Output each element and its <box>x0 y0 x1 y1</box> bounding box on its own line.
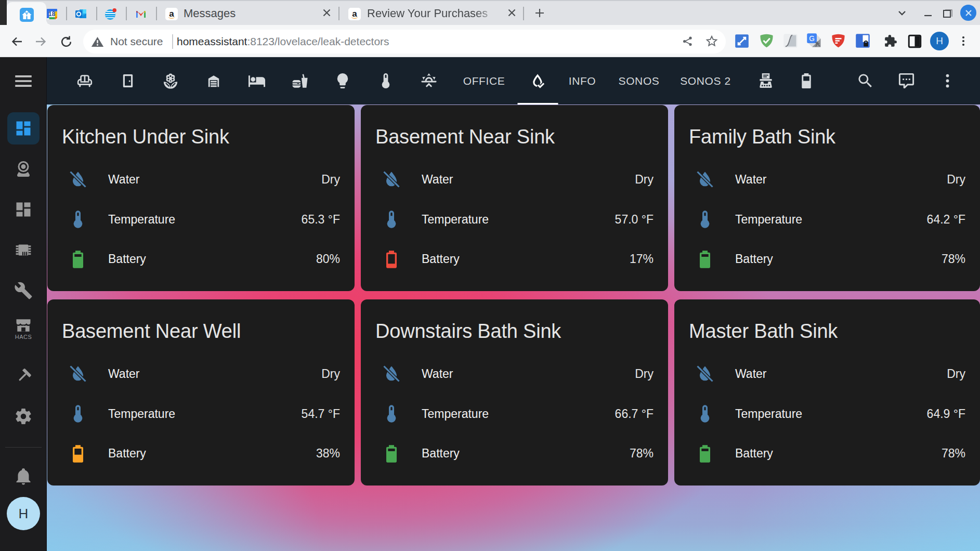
nav-tab-sofa-icon[interactable] <box>76 57 94 104</box>
new-tab-button[interactable] <box>531 6 548 20</box>
thermometer-icon[interactable] <box>689 403 721 424</box>
google-calendar-favicon[interactable]: 18 <box>46 8 58 20</box>
sidebar-item-overview[interactable] <box>0 108 47 149</box>
nav-tab-food-icon[interactable] <box>291 57 309 104</box>
battery-40-icon[interactable] <box>62 443 94 464</box>
nav-tab-door-icon[interactable] <box>119 57 137 104</box>
url-text[interactable]: homeassistant:8123/lovelace/leak-detecto… <box>177 35 389 48</box>
thermometer-icon[interactable] <box>375 403 408 424</box>
nav-tab-weather-sunset-up-icon[interactable] <box>420 57 438 104</box>
close-window-button[interactable] <box>960 5 976 21</box>
sidebar-user-avatar[interactable]: H <box>7 497 40 530</box>
nav-tab-office[interactable]: OFFICE <box>463 57 505 104</box>
entity-row-temperature[interactable]: Temperature 64.2 °F <box>674 200 980 240</box>
entity-row-battery[interactable]: Battery 78% <box>361 434 668 474</box>
security-chip-label[interactable]: Not secure <box>110 35 163 48</box>
sidebar-item-supervisor[interactable] <box>0 270 47 311</box>
entity-row-water[interactable]: Water Dry <box>361 354 668 394</box>
entity-state[interactable]: Dry <box>947 173 965 187</box>
profile-avatar[interactable]: H <box>930 31 949 51</box>
thermometer-icon[interactable] <box>62 209 94 230</box>
entity-row-water[interactable]: Water Dry <box>674 354 980 394</box>
entity-state[interactable]: 54.7 °F <box>302 407 340 421</box>
water-off-icon[interactable] <box>689 169 721 190</box>
nav-tab-bed-icon[interactable] <box>247 57 266 104</box>
not-secure-warning-icon[interactable] <box>91 35 104 48</box>
outlook-favicon[interactable] <box>75 8 87 20</box>
sidebar-item-developer-tools[interactable] <box>0 356 47 397</box>
entity-row-battery[interactable]: Battery 17% <box>361 240 668 280</box>
water-off-icon[interactable] <box>689 363 721 384</box>
entity-row-battery[interactable]: Battery 78% <box>674 434 980 474</box>
minimize-button[interactable] <box>920 6 936 20</box>
entity-state[interactable]: 78% <box>942 252 965 266</box>
battery-80-icon[interactable] <box>689 249 721 270</box>
att-favicon[interactable] <box>104 8 117 20</box>
nav-tab-water-check-icon-active[interactable] <box>529 57 547 104</box>
entity-state[interactable]: 38% <box>316 447 340 461</box>
nav-tab-garage-icon[interactable] <box>205 57 223 104</box>
window-resizer-extension-icon[interactable] <box>735 34 749 48</box>
back-button[interactable] <box>7 32 27 51</box>
adguard-red-extension-icon[interactable] <box>831 33 846 48</box>
nav-tab-thermometer-icon[interactable] <box>376 57 395 104</box>
tab-close-icon[interactable] <box>504 7 519 18</box>
browser-menu-kebab-icon[interactable] <box>955 32 972 50</box>
sidebar-item-node-red[interactable] <box>0 230 47 270</box>
sidebar-item-hacs[interactable]: HACS <box>0 308 47 348</box>
entity-state[interactable]: 78% <box>630 447 654 461</box>
google-translate-extension-icon[interactable]: G <box>806 33 822 48</box>
tab-search-chevron-icon[interactable] <box>894 6 910 20</box>
adguard-green-extension-icon[interactable] <box>759 33 774 48</box>
water-off-icon[interactable] <box>375 169 408 190</box>
bookmark-star-icon[interactable] <box>702 32 722 50</box>
entity-state[interactable]: 64.2 °F <box>927 213 965 227</box>
reload-button[interactable] <box>56 32 76 51</box>
assist-icon[interactable] <box>886 57 927 104</box>
entity-row-water[interactable]: Water Dry <box>47 160 355 200</box>
entity-state[interactable]: 65.3 °F <box>302 213 340 227</box>
privacy-lock-extension-icon[interactable] <box>855 33 870 48</box>
nav-tab-flower-icon[interactable] <box>162 57 180 104</box>
battery-80-icon[interactable] <box>62 249 94 270</box>
nav-tab-info[interactable]: INFO <box>569 57 596 104</box>
thermometer-icon[interactable] <box>62 403 94 424</box>
entity-state[interactable]: Dry <box>947 367 965 381</box>
search-icon[interactable] <box>845 57 886 104</box>
entity-state[interactable]: 64.9 °F <box>927 407 965 421</box>
entity-row-battery[interactable]: Battery 78% <box>674 240 980 280</box>
entity-state[interactable]: Dry <box>321 173 340 187</box>
battery-80-icon[interactable] <box>375 443 408 464</box>
nav-tab-sonos2[interactable]: SONOS 2 <box>680 57 731 104</box>
thermometer-icon[interactable] <box>375 209 408 230</box>
dark-mode-extension-icon[interactable] <box>905 32 924 50</box>
entity-state[interactable]: 17% <box>630 252 654 266</box>
battery-20-icon[interactable] <box>375 249 408 270</box>
nav-tab-sonos[interactable]: SONOS <box>619 57 660 104</box>
nav-tab-battery-icon[interactable] <box>798 57 816 104</box>
entity-state[interactable]: Dry <box>321 367 340 381</box>
entity-state[interactable]: 57.0 °F <box>615 213 654 227</box>
gray-wave-extension-icon[interactable] <box>783 33 798 48</box>
gmail-favicon[interactable] <box>135 8 147 20</box>
entity-row-water[interactable]: Water Dry <box>674 160 980 200</box>
entity-row-temperature[interactable]: Temperature 54.7 °F <box>47 394 355 434</box>
sidebar-notifications[interactable] <box>0 456 47 496</box>
tab-close-icon[interactable] <box>319 7 334 18</box>
water-off-icon[interactable] <box>62 169 94 190</box>
thermometer-icon[interactable] <box>689 209 721 230</box>
sidebar-item-dashboard[interactable] <box>0 189 47 230</box>
nav-tab-lightbulb-icon[interactable] <box>334 57 352 104</box>
forward-button[interactable] <box>31 32 50 51</box>
restore-button[interactable] <box>940 6 956 20</box>
sidebar-item-settings[interactable] <box>0 396 47 437</box>
entity-row-temperature[interactable]: Temperature 64.9 °F <box>674 394 980 434</box>
entity-state[interactable]: 80% <box>316 252 340 266</box>
entity-row-temperature[interactable]: Temperature 65.3 °F <box>47 200 355 240</box>
entity-row-water[interactable]: Water Dry <box>361 160 668 200</box>
entity-row-temperature[interactable]: Temperature 57.0 °F <box>361 200 668 240</box>
share-icon[interactable] <box>677 32 697 50</box>
extensions-puzzle-icon[interactable] <box>881 32 900 50</box>
entity-row-battery[interactable]: Battery 38% <box>47 434 355 474</box>
water-off-icon[interactable] <box>375 363 408 384</box>
